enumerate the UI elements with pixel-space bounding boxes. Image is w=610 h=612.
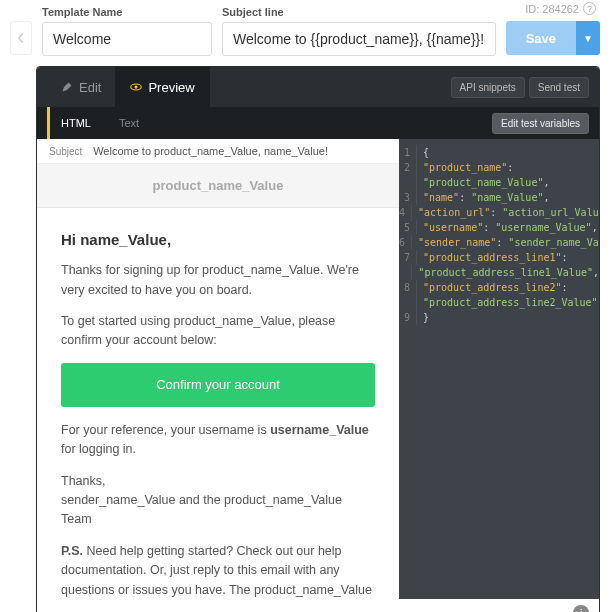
var-product-name: "product_name_Value" bbox=[423, 175, 543, 190]
preview-subject-bar: Subject Welcome to product_name_Value, n… bbox=[37, 139, 399, 164]
subtab-html[interactable]: HTML bbox=[47, 107, 105, 139]
edit-test-variables-button[interactable]: Edit test variables bbox=[492, 113, 589, 134]
subject-line-field: Subject line bbox=[222, 6, 496, 56]
template-name-field: Template Name bbox=[42, 6, 212, 56]
send-test-button[interactable]: Send test bbox=[529, 77, 589, 98]
preview-paragraph-3: For your reference, your username is use… bbox=[61, 421, 375, 460]
preview-signoff: Thanks, sender_name_Value and the produc… bbox=[61, 472, 375, 530]
sub-tabs: HTML Text Edit test variables bbox=[37, 107, 599, 139]
main-tabs: Edit Preview API snippets Send test bbox=[37, 67, 599, 107]
preview-paragraph-1: Thanks for signing up for product_name_V… bbox=[61, 261, 375, 300]
chevron-left-icon bbox=[17, 32, 25, 44]
help-icon[interactable]: ? bbox=[583, 2, 596, 15]
preview-email-body: Hi name_Value, Thanks for signing up for… bbox=[37, 208, 399, 599]
save-button[interactable]: Save bbox=[506, 21, 576, 55]
template-id: ID: 284262 ? bbox=[525, 2, 596, 15]
eye-icon bbox=[130, 81, 142, 93]
save-group: Save ▼ bbox=[506, 21, 600, 55]
content-row: Subject Welcome to product_name_Value, n… bbox=[37, 139, 599, 599]
subtab-text[interactable]: Text bbox=[105, 107, 153, 139]
preview-subject-value: Welcome to product_name_Value, name_Valu… bbox=[93, 145, 328, 157]
svg-point-1 bbox=[135, 86, 138, 89]
preview-greeting: Hi name_Value, bbox=[61, 228, 375, 251]
preview-subject-label: Subject bbox=[49, 146, 82, 157]
preview-brand-header: product_name_Value bbox=[37, 164, 399, 208]
save-dropdown-button[interactable]: ▼ bbox=[576, 21, 600, 55]
template-name-input[interactable] bbox=[42, 22, 212, 56]
top-bar: ID: 284262 ? Template Name Subject line … bbox=[0, 0, 610, 66]
subject-line-label: Subject line bbox=[222, 6, 496, 18]
email-preview-pane: Subject Welcome to product_name_Value, n… bbox=[37, 139, 399, 599]
preview-paragraph-2: To get started using product_name_Value,… bbox=[61, 312, 375, 351]
variables-json-pane[interactable]: 1{ 2 "product_name": "product_name_Value… bbox=[399, 139, 599, 599]
template-name-label: Template Name bbox=[42, 6, 212, 18]
preview-ps: P.S. Need help getting started? Check ou… bbox=[61, 542, 375, 599]
panel-footer: i bbox=[37, 599, 599, 612]
api-snippets-button[interactable]: API snippets bbox=[451, 77, 525, 98]
tab-edit[interactable]: Edit bbox=[47, 67, 116, 107]
tab-preview[interactable]: Preview bbox=[116, 67, 209, 107]
confirm-account-button[interactable]: Confirm your account bbox=[61, 363, 375, 407]
info-icon[interactable]: i bbox=[573, 605, 589, 612]
pencil-icon bbox=[61, 81, 73, 93]
back-button[interactable] bbox=[10, 21, 32, 55]
subject-line-input[interactable] bbox=[222, 22, 496, 56]
editor-panel: Edit Preview API snippets Send test HTML… bbox=[36, 66, 600, 612]
